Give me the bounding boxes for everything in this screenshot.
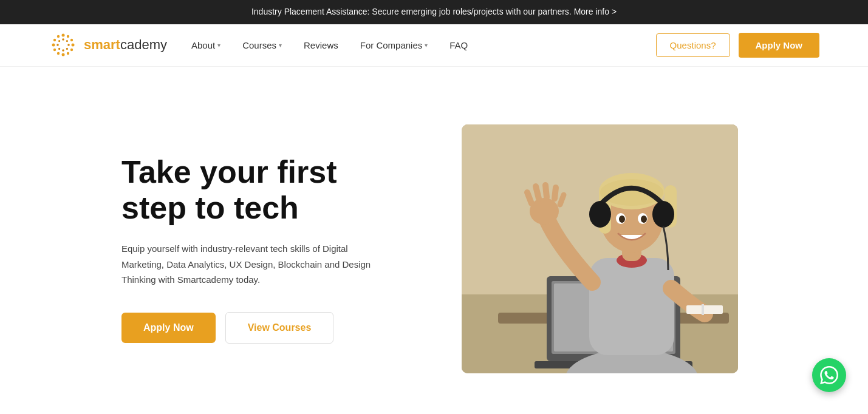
svg-point-19 [58, 40, 60, 42]
svg-point-9 [52, 44, 55, 47]
hero-content: Take your first step to tech Equip yours… [121, 154, 413, 344]
nav-label-faq: FAQ [449, 40, 468, 50]
hero-buttons: Apply Now View Courses [121, 312, 413, 344]
nav-link-reviews[interactable]: Reviews [304, 40, 338, 50]
svg-point-5 [67, 52, 69, 55]
svg-line-48 [560, 195, 564, 205]
announcement-banner: Industry Placement Assistance: Secure em… [0, 0, 868, 24]
chevron-down-icon: ▾ [425, 42, 428, 49]
nav-label-courses: Courses [242, 40, 276, 50]
svg-line-45 [536, 186, 539, 199]
svg-point-16 [62, 49, 64, 52]
view-courses-button[interactable]: View Courses [225, 312, 334, 344]
hero-title-line2: step to tech [121, 190, 299, 225]
nav-right: Questions? Apply Now [656, 33, 819, 58]
logo-icon [49, 30, 78, 59]
svg-point-10 [53, 39, 56, 41]
banner-text: Industry Placement Assistance: Secure em… [251, 7, 617, 16]
svg-point-14 [67, 44, 70, 46]
svg-point-7 [57, 52, 60, 55]
nav-link-about[interactable]: About ▾ [191, 40, 220, 50]
nav-item-courses[interactable]: Courses ▾ [242, 40, 282, 50]
svg-point-3 [72, 44, 75, 47]
svg-point-13 [66, 40, 68, 42]
hero-title-line1: Take your first [121, 154, 337, 189]
nav-item-about[interactable]: About ▾ [191, 40, 220, 50]
hero-illustration [462, 124, 738, 373]
chevron-down-icon: ▾ [217, 42, 220, 49]
hero-section: Take your first step to tech Equip yours… [0, 67, 868, 414]
svg-point-6 [62, 53, 65, 56]
svg-point-4 [70, 49, 73, 51]
apply-now-button-hero[interactable]: Apply Now [121, 313, 216, 343]
svg-point-41 [589, 201, 611, 228]
apply-now-button-nav[interactable]: Apply Now [739, 33, 820, 58]
svg-point-36 [600, 179, 663, 206]
svg-point-12 [62, 38, 64, 41]
hero-description: Equip yourself with industry-relevant te… [121, 241, 389, 288]
nav-label-about: About [191, 40, 215, 50]
svg-point-18 [56, 44, 59, 46]
svg-point-0 [62, 34, 65, 37]
navbar: smartcademy About ▾ Courses ▾ Reviews Fo… [0, 24, 868, 67]
svg-line-46 [545, 185, 547, 197]
svg-point-8 [53, 49, 56, 51]
svg-point-42 [652, 201, 674, 228]
hero-image [462, 124, 738, 373]
nav-link-courses[interactable]: Courses ▾ [242, 40, 282, 50]
svg-point-38 [619, 215, 625, 223]
chevron-down-icon: ▾ [279, 42, 282, 49]
logo-link[interactable]: smartcademy [49, 30, 167, 59]
nav-link-faq[interactable]: FAQ [449, 40, 468, 50]
svg-rect-50 [702, 304, 704, 315]
svg-rect-29 [589, 258, 674, 355]
svg-line-44 [527, 192, 531, 203]
nav-label-for-companies: For Companies [360, 40, 423, 50]
svg-rect-49 [686, 305, 723, 314]
svg-point-11 [57, 35, 60, 38]
hero-image-wrap [462, 124, 741, 373]
nav-item-reviews[interactable]: Reviews [304, 40, 338, 50]
whatsapp-icon [820, 366, 838, 384]
nav-links: About ▾ Courses ▾ Reviews For Companies … [191, 40, 656, 50]
svg-point-17 [58, 48, 60, 50]
logo-text: smartcademy [84, 37, 167, 53]
svg-point-1 [67, 35, 69, 38]
logo-smart: smart [84, 37, 120, 52]
nav-link-for-companies[interactable]: For Companies ▾ [360, 40, 428, 50]
whatsapp-fab-button[interactable] [812, 358, 846, 392]
svg-point-15 [66, 48, 68, 50]
nav-item-for-companies[interactable]: For Companies ▾ [360, 40, 428, 50]
nav-label-reviews: Reviews [304, 40, 338, 50]
svg-point-40 [641, 215, 647, 223]
logo-cademy: cademy [120, 37, 167, 52]
questions-button[interactable]: Questions? [656, 33, 730, 57]
hero-title: Take your first step to tech [121, 154, 413, 227]
svg-point-2 [70, 39, 73, 41]
svg-line-47 [555, 188, 556, 199]
nav-item-faq[interactable]: FAQ [449, 40, 468, 50]
